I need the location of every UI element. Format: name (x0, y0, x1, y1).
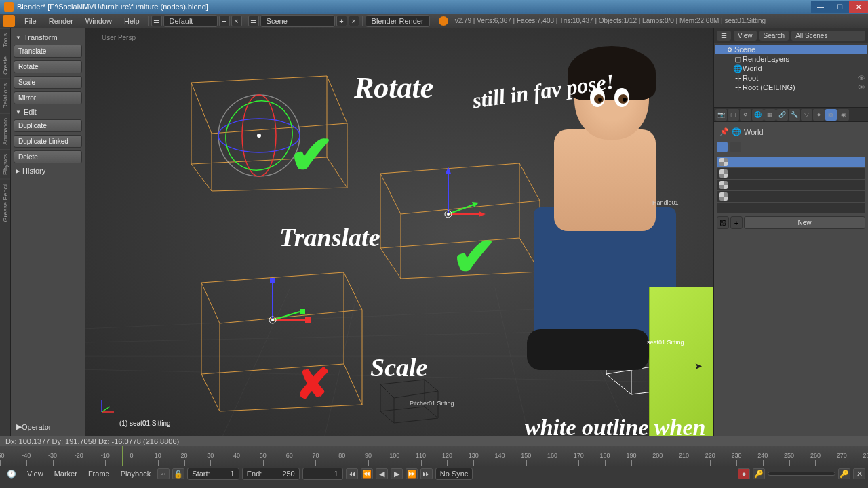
stats-text: v2.79 | Verts:6,367 | Faces:7,403 | Tris… (455, 17, 766, 24)
menu-file[interactable]: File (19, 16, 42, 26)
tl-marker-menu[interactable]: Marker (50, 468, 81, 479)
rotate-button[interactable]: Rotate (14, 60, 82, 73)
pin-icon[interactable]: 📌 (719, 127, 729, 136)
vtab-relations[interactable]: Relations (0, 79, 10, 113)
filter-dropdown[interactable]: All Scenes (791, 30, 865, 41)
visibility-icon[interactable]: 👁 (858, 74, 865, 82)
window-title: Blender* [F:\Social\IMVU\furniture\furni… (17, 3, 208, 11)
auto-keyframe-button[interactable]: ● (738, 468, 750, 479)
current-frame-field[interactable]: 1 (302, 468, 343, 480)
brush-tex-button[interactable] (730, 142, 741, 152)
prop-physics-tab[interactable]: ◉ (837, 109, 849, 121)
outliner-item-rootceiling[interactable]: Root (CEILING) (743, 83, 795, 92)
scale-button[interactable]: Scale (14, 76, 82, 89)
close-button[interactable]: ✕ (849, 1, 868, 13)
duplicate-button[interactable]: Duplicate (14, 119, 82, 132)
texture-slot[interactable] (717, 203, 865, 214)
layout-add-button[interactable]: + (219, 16, 230, 26)
vtab-grease[interactable]: Grease Pencil (0, 179, 10, 226)
transform-header[interactable]: ▼Transform (14, 31, 82, 43)
vtab-animation[interactable]: Animation (0, 113, 10, 149)
vtab-physics[interactable]: Physics (0, 149, 10, 179)
timeline-ruler[interactable]: -50-40-30-20-100102030405060708090100110… (0, 446, 868, 466)
range-toggle[interactable]: ↔ (157, 468, 170, 479)
mirror-button[interactable]: Mirror (14, 92, 82, 104)
outliner-item-root[interactable]: Root (743, 74, 758, 82)
texture-slot[interactable] (717, 180, 865, 190)
prop-object-tab[interactable]: ▦ (764, 109, 776, 121)
tl-frame-menu[interactable]: Frame (84, 468, 114, 479)
tl-view-menu[interactable]: View (23, 468, 47, 479)
delete-button[interactable]: Delete (14, 150, 82, 163)
vtab-tools[interactable]: Tools (0, 28, 10, 52)
texture-add-button[interactable]: + (730, 216, 743, 229)
view-menu[interactable]: View (734, 30, 757, 41)
prop-material-tab[interactable]: ● (813, 109, 825, 121)
translate-button[interactable]: Translate (14, 45, 82, 58)
keying-set-button[interactable]: 🔑 (753, 468, 765, 479)
search-menu[interactable]: Search (760, 30, 789, 41)
duplicate-linked-button[interactable]: Duplicate Linked (14, 135, 82, 148)
blender-logo-icon[interactable] (3, 15, 15, 27)
history-header[interactable]: ▶History (14, 165, 82, 177)
tl-editor-type[interactable]: 🕐 (3, 468, 20, 480)
layout-dropdown[interactable]: Default (163, 15, 218, 27)
layout-remove-button[interactable]: × (231, 16, 242, 26)
timeline-tick-label: 270 (837, 452, 847, 459)
menu-window[interactable]: Window (80, 16, 117, 26)
prop-render-tab[interactable]: 📷 (715, 109, 727, 121)
outliner-item-renderlayers[interactable]: RenderLayers (743, 55, 789, 63)
prop-scene-tab[interactable]: ⭘ (740, 109, 751, 121)
world-tex-button[interactable] (717, 142, 728, 152)
screen-browse-button[interactable]: ☰ (151, 16, 162, 26)
delete-keyframe-button[interactable]: ✕ (853, 468, 865, 479)
prop-constraints-tab[interactable]: 🔗 (776, 109, 788, 121)
keying-set-dropdown[interactable] (768, 472, 835, 476)
texture-browse-button[interactable]: ▨ (717, 216, 729, 229)
svg-rect-25 (305, 317, 311, 323)
world-icon: 🌐 (733, 64, 743, 73)
maximize-button[interactable]: ☐ (830, 1, 849, 13)
menu-render[interactable]: Render (43, 16, 79, 26)
end-frame-field[interactable]: End: 250 (242, 468, 300, 480)
outliner-item-world[interactable]: World (743, 64, 762, 73)
menu-help[interactable]: Help (119, 16, 145, 26)
editor-type-button[interactable]: ☰ (717, 30, 731, 41)
play-reverse-button[interactable]: ◀ (376, 468, 388, 479)
scene-browse-button[interactable]: ☰ (248, 16, 259, 26)
visibility-icon[interactable]: 👁 (858, 83, 865, 92)
jump-end-button[interactable]: ⏭ (420, 468, 433, 479)
prop-world-tab[interactable]: 🌐 (752, 109, 764, 121)
operator-header[interactable]: ▶Operator (14, 420, 82, 434)
scene-add-button[interactable]: + (336, 16, 347, 26)
playhead[interactable] (122, 446, 123, 466)
insert-keyframe-button[interactable]: 🔑 (838, 468, 850, 479)
prop-data-tab[interactable]: ▽ (801, 109, 812, 121)
lock-toggle[interactable]: 🔒 (172, 468, 184, 479)
keyframe-prev-button[interactable]: ⏪ (361, 468, 373, 479)
outliner-item-scene[interactable]: Scene (734, 45, 755, 54)
viewport-3d[interactable]: User Persp (85, 28, 713, 436)
scene-remove-button[interactable]: × (349, 16, 359, 26)
keyframe-next-button[interactable]: ⏩ (406, 468, 418, 479)
texture-slot[interactable] (717, 157, 865, 167)
timeline-tick-label: 100 (389, 452, 399, 459)
tl-playback-menu[interactable]: Playback (117, 468, 155, 479)
prop-renderlayers-tab[interactable]: ▢ (728, 109, 739, 121)
scene-dropdown[interactable]: Scene (260, 15, 335, 27)
play-button[interactable]: ▶ (391, 468, 403, 479)
new-texture-button[interactable]: New (744, 216, 865, 229)
jump-start-button[interactable]: ⏮ (346, 468, 358, 479)
render-engine-dropdown[interactable]: Blender Render (366, 15, 430, 27)
breadcrumb[interactable]: World (744, 128, 764, 136)
vtab-create[interactable]: Create (0, 52, 10, 79)
prop-modifiers-tab[interactable]: 🔧 (789, 109, 800, 121)
start-frame-field[interactable]: Start: 1 (187, 468, 239, 480)
prop-texture-tab[interactable]: ▨ (825, 109, 837, 121)
outliner[interactable]: ⭘Scene ▢RenderLayers 🌐World ⊹Root👁 ⊹Root… (714, 43, 868, 107)
texture-slot[interactable] (717, 168, 865, 179)
minimize-button[interactable]: — (811, 1, 830, 13)
sync-dropdown[interactable]: No Sync (435, 468, 473, 480)
edit-header[interactable]: ▼Edit (14, 106, 82, 118)
texture-slot[interactable] (717, 191, 865, 202)
